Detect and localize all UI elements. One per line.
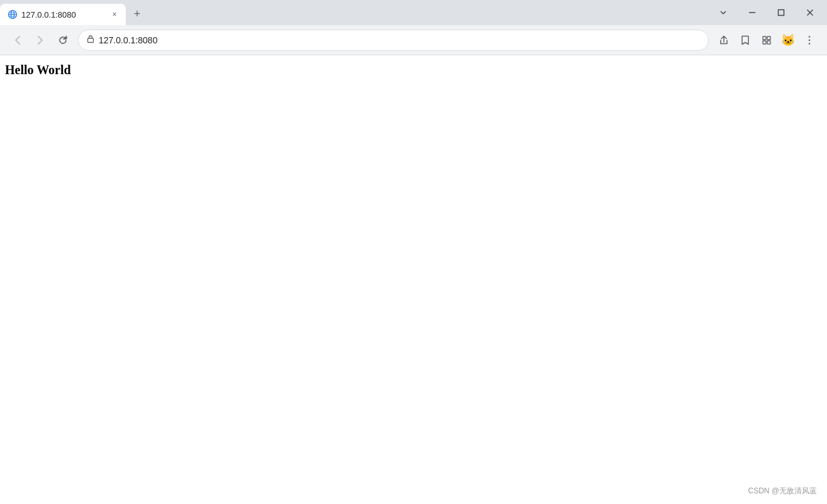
new-tab-button[interactable]: + (128, 5, 146, 23)
page-content: Hello World (0, 55, 827, 504)
menu-dots-icon (803, 34, 816, 47)
svg-rect-11 (767, 36, 770, 40)
secure-lock-icon (86, 35, 95, 43)
minimize-icon (748, 9, 756, 16)
share-button[interactable] (714, 30, 734, 50)
svg-rect-6 (779, 10, 784, 16)
svg-rect-9 (88, 38, 94, 43)
forward-icon (34, 34, 47, 47)
tab-title: 127.0.0.1:8080 (21, 10, 104, 19)
svg-rect-13 (767, 41, 770, 44)
svg-rect-12 (763, 41, 766, 44)
maximize-button[interactable] (767, 0, 796, 25)
tab-grid-icon (760, 34, 773, 47)
tab-favicon-icon (8, 9, 18, 19)
profile-button[interactable]: 🐱 (778, 30, 798, 50)
address-bar-container[interactable] (78, 30, 709, 51)
maximize-icon (777, 9, 785, 16)
close-button[interactable] (796, 0, 824, 25)
close-icon (806, 9, 814, 16)
menu-button[interactable] (799, 30, 819, 50)
minimize-button[interactable] (738, 0, 767, 25)
svg-point-16 (809, 43, 811, 45)
active-tab[interactable]: 127.0.0.1:8080 × (0, 4, 126, 25)
chevron-down-icon (718, 8, 728, 18)
address-input[interactable] (99, 35, 701, 45)
reload-button[interactable] (53, 30, 73, 50)
bookmark-icon (739, 34, 752, 47)
svg-point-14 (809, 36, 811, 38)
window-controls (709, 0, 827, 25)
back-button[interactable] (8, 30, 28, 50)
browser-window: 127.0.0.1:8080 × + (0, 0, 827, 504)
svg-rect-10 (763, 36, 766, 40)
back-icon (11, 34, 24, 47)
lock-icon (86, 35, 95, 45)
share-icon (718, 34, 730, 47)
tab-grid-button[interactable] (757, 30, 777, 50)
svg-point-15 (809, 39, 811, 41)
tab-search-button[interactable] (709, 0, 738, 25)
bookmark-button[interactable] (735, 30, 755, 50)
page-heading: Hello World (5, 63, 822, 77)
watermark: CSDN @无敌清风蓝 (748, 486, 817, 496)
tab-bar: 127.0.0.1:8080 × + (0, 0, 146, 25)
navigation-bar: 🐱 (0, 25, 827, 55)
title-bar: 127.0.0.1:8080 × + (0, 0, 827, 25)
reload-icon (57, 34, 69, 47)
nav-right-buttons: 🐱 (714, 30, 819, 50)
forward-button[interactable] (30, 30, 50, 50)
tab-close-button[interactable]: × (108, 8, 121, 21)
